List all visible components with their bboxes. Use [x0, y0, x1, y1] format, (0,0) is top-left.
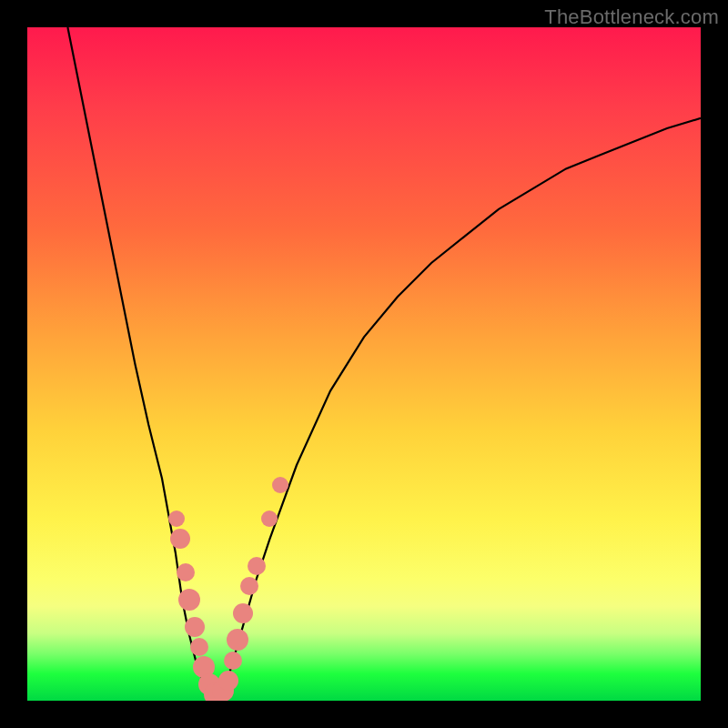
data-marker [248, 557, 266, 575]
chart-frame: TheBottleneck.com [0, 0, 728, 728]
plot-area [27, 27, 701, 701]
data-marker [190, 638, 208, 656]
data-marker [224, 652, 242, 670]
data-marker [261, 511, 278, 527]
data-marker [272, 477, 288, 493]
marker-layer [27, 27, 701, 701]
data-marker [178, 589, 200, 611]
watermark-text: TheBottleneck.com [544, 5, 719, 29]
data-marker [227, 629, 248, 651]
data-marker [170, 529, 190, 549]
data-marker [185, 617, 205, 637]
data-marker [240, 577, 258, 595]
data-marker [168, 511, 185, 527]
data-marker [218, 671, 238, 691]
data-marker [233, 603, 253, 623]
data-marker [177, 563, 195, 581]
